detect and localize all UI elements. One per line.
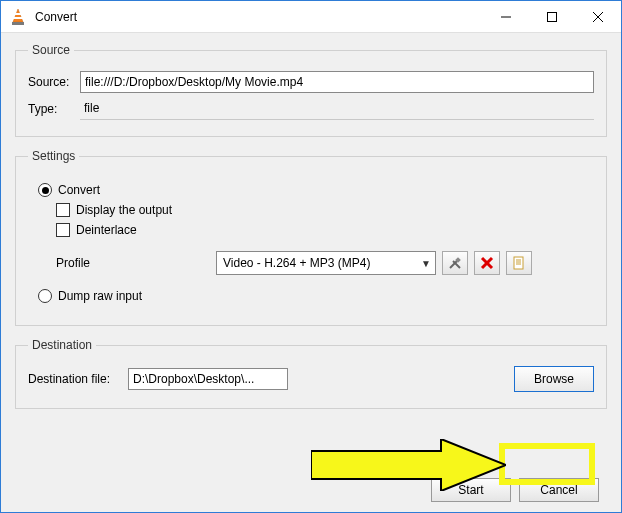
svg-rect-1: [14, 13, 22, 15]
start-button[interactable]: Start: [431, 478, 511, 502]
checkbox-icon: [56, 203, 70, 217]
window-title: Convert: [35, 10, 483, 24]
profile-label: Profile: [56, 256, 216, 270]
destination-legend: Destination: [28, 338, 96, 352]
destination-group: Destination Destination file: Browse: [15, 338, 607, 409]
svg-rect-3: [12, 22, 24, 25]
maximize-button[interactable]: [529, 1, 575, 33]
svg-rect-13: [514, 257, 523, 269]
profile-value: Video - H.264 + MP3 (MP4): [223, 256, 371, 270]
deinterlace-label: Deinterlace: [76, 223, 137, 237]
svg-rect-2: [13, 17, 23, 19]
new-file-icon: [512, 256, 526, 270]
settings-group: Settings Convert Display the output Dein…: [15, 149, 607, 326]
destination-label: Destination file:: [28, 372, 128, 386]
destination-input[interactable]: [128, 368, 288, 390]
deinterlace-checkbox[interactable]: Deinterlace: [56, 223, 594, 237]
window-buttons: [483, 1, 621, 33]
dialog-footer: Start Cancel: [1, 472, 621, 512]
type-label: Type:: [28, 102, 80, 116]
minimize-button[interactable]: [483, 1, 529, 33]
svg-rect-5: [548, 12, 557, 21]
convert-radio[interactable]: Convert: [38, 183, 594, 197]
source-group: Source Source: Type: file: [15, 43, 607, 137]
browse-button-label: Browse: [534, 372, 574, 386]
dump-raw-label: Dump raw input: [58, 289, 142, 303]
cancel-button[interactable]: Cancel: [519, 478, 599, 502]
source-legend: Source: [28, 43, 74, 57]
tools-icon: [447, 255, 463, 271]
content-area: Source Source: Type: file Settings Conve…: [1, 33, 621, 472]
browse-button[interactable]: Browse: [514, 366, 594, 392]
convert-dialog: Convert Source Source: Type: file: [0, 0, 622, 513]
start-button-label: Start: [458, 483, 483, 497]
new-profile-button[interactable]: [506, 251, 532, 275]
close-button[interactable]: [575, 1, 621, 33]
display-output-label: Display the output: [76, 203, 172, 217]
radio-unselected-icon: [38, 289, 52, 303]
settings-legend: Settings: [28, 149, 79, 163]
svg-marker-0: [13, 9, 23, 22]
convert-radio-label: Convert: [58, 183, 100, 197]
profile-select[interactable]: Video - H.264 + MP3 (MP4) ▼: [216, 251, 436, 275]
titlebar: Convert: [1, 1, 621, 33]
type-value: file: [80, 97, 594, 120]
app-icon: [9, 8, 27, 26]
edit-profile-button[interactable]: [442, 251, 468, 275]
checkbox-icon: [56, 223, 70, 237]
source-label: Source:: [28, 75, 80, 89]
cancel-button-label: Cancel: [540, 483, 577, 497]
source-input[interactable]: [80, 71, 594, 93]
dump-raw-radio[interactable]: Dump raw input: [38, 289, 594, 303]
display-output-checkbox[interactable]: Display the output: [56, 203, 594, 217]
chevron-down-icon: ▼: [421, 258, 431, 269]
radio-selected-icon: [38, 183, 52, 197]
delete-profile-button[interactable]: [474, 251, 500, 275]
x-red-icon: [480, 256, 494, 270]
